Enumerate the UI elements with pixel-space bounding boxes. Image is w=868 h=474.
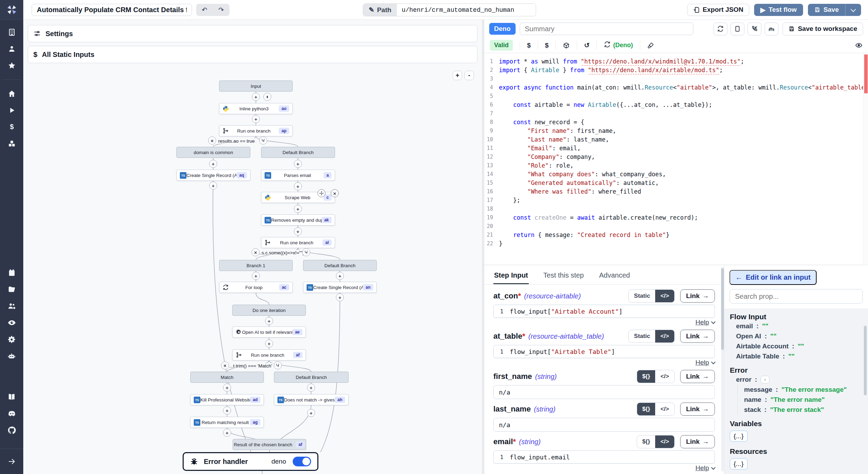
prop-search-input[interactable] bbox=[729, 289, 863, 304]
path-input[interactable] bbox=[397, 4, 536, 16]
sidebar-item-eye[interactable] bbox=[0, 314, 23, 331]
prop-item-name[interactable]: name:"The error name" bbox=[737, 395, 862, 405]
add-step-button[interactable]: + bbox=[223, 407, 231, 415]
prop-panel-scrollbar[interactable] bbox=[864, 326, 867, 395]
package-icon[interactable] bbox=[563, 42, 570, 49]
add-step-button[interactable]: + bbox=[223, 384, 231, 392]
stop-early-icon[interactable]: × bbox=[221, 362, 229, 370]
flow-node-branch-default-2[interactable]: Default Branch bbox=[303, 260, 377, 271]
flow-node-removes-empty-duplicates[interactable]: TSRemoves empty and duplicatesak bbox=[261, 214, 335, 226]
save-button[interactable]: Save bbox=[808, 4, 845, 16]
add-step-button[interactable]: + bbox=[294, 183, 302, 191]
add-step-button[interactable]: + bbox=[265, 340, 273, 348]
flow-node-kill-professional-websites[interactable]: TSKill Professional Websites mentionsad bbox=[190, 394, 264, 405]
flow-node-do-one-iteration[interactable]: Do one iteration bbox=[232, 305, 306, 316]
zoom-out-button[interactable]: - bbox=[465, 71, 474, 80]
prop-item-error[interactable]: error:- bbox=[730, 374, 862, 384]
expr-editor[interactable]: 1flow_input["Airtable Table"] bbox=[493, 345, 715, 358]
add-step-button[interactable]: + bbox=[307, 384, 315, 392]
expr-editor[interactable]: 1flow_input["Airtable Account"] bbox=[493, 305, 715, 318]
add-step-button[interactable]: + bbox=[294, 160, 302, 168]
flow-node-run-one-branch-af[interactable]: Run one branchaf bbox=[232, 349, 306, 361]
sidebar-collapse-button[interactable] bbox=[0, 453, 23, 470]
sidebar-item-home[interactable] bbox=[0, 85, 23, 102]
panel-resize-handle[interactable] bbox=[482, 20, 484, 474]
add-step-button[interactable]: + bbox=[307, 409, 315, 417]
toggle-code[interactable]: </> bbox=[655, 330, 674, 342]
help-link[interactable]: Help bbox=[695, 464, 709, 472]
add-step-button[interactable]: + bbox=[294, 205, 302, 213]
toggle-static[interactable]: Static bbox=[629, 290, 655, 302]
bench-icon[interactable] bbox=[765, 23, 778, 35]
flow-node-inline-python3[interactable]: Inline python3ao bbox=[219, 103, 293, 114]
flow-node-create-single-record-an[interactable]: TSCreate Single Record (Airtable)an bbox=[303, 282, 377, 293]
prop-item-message[interactable]: message:"The error message" bbox=[737, 384, 862, 395]
sidebar-item-folder[interactable] bbox=[0, 281, 23, 298]
toggle-template[interactable]: ${} bbox=[637, 435, 656, 448]
test-flow-button[interactable]: ▶Test flow bbox=[754, 4, 803, 16]
prop-item-airtable-table[interactable]: Airtable Table:"" bbox=[730, 351, 862, 361]
toggle-code[interactable]: </> bbox=[655, 290, 674, 302]
sidebar-item-calendar[interactable] bbox=[0, 264, 23, 281]
step-panel-scrollbar[interactable] bbox=[721, 267, 724, 472]
tab-test-this-step[interactable]: Test this step bbox=[543, 267, 585, 284]
add-step-button[interactable]: + bbox=[209, 160, 217, 168]
assistant-reload-icon[interactable]: (Deno) bbox=[604, 41, 633, 50]
sidebar-item-person[interactable] bbox=[0, 41, 23, 57]
eye-icon[interactable] bbox=[855, 42, 862, 49]
remove-node-icon[interactable]: × bbox=[331, 189, 339, 197]
add-step-button[interactable]: + bbox=[294, 228, 302, 236]
field-value-input[interactable] bbox=[493, 418, 715, 432]
flow-node-branch-default-1[interactable]: Default Branch bbox=[261, 147, 335, 158]
prop-item-airtable-account[interactable]: Airtable Account:"" bbox=[730, 341, 862, 351]
toggle-code[interactable]: </> bbox=[655, 435, 674, 448]
stop-early-icon[interactable]: × bbox=[252, 248, 260, 256]
all-static-inputs-card[interactable]: $ All Static Inputs bbox=[28, 46, 477, 63]
variables-expand-button[interactable]: {...} bbox=[730, 431, 748, 442]
undo-button[interactable]: ↶ bbox=[196, 4, 213, 16]
reset-icon[interactable]: ↺ bbox=[584, 41, 590, 49]
phone-incoming-icon[interactable] bbox=[748, 23, 761, 35]
field-value-input[interactable] bbox=[493, 385, 715, 399]
flow-node-openai-relevant-result[interactable]: Open AI to tell if relevant resultae bbox=[232, 327, 306, 338]
add-step-button[interactable]: + bbox=[209, 182, 217, 190]
zoom-in-button[interactable]: + bbox=[453, 71, 462, 80]
flow-node-run-one-branch-al[interactable]: Run one branchal bbox=[261, 237, 335, 248]
add-step-button[interactable]: + bbox=[223, 429, 231, 437]
help-link[interactable]: Help bbox=[695, 319, 709, 326]
branch-merge-icon[interactable] bbox=[274, 362, 282, 370]
sidebar-item-cubes[interactable] bbox=[0, 135, 23, 152]
settings-card[interactable]: Settings bbox=[28, 25, 477, 42]
sync-icon[interactable] bbox=[713, 23, 727, 35]
add-step-button[interactable]: + bbox=[336, 294, 344, 302]
toggle-template[interactable]: ${} bbox=[637, 370, 656, 383]
windmill-logo[interactable] bbox=[0, 0, 23, 20]
flow-node-create-single-record-aq[interactable]: TSCreate Single Record (Airtable)aq bbox=[176, 170, 250, 181]
branch-merge-icon[interactable] bbox=[302, 248, 310, 256]
prop-item-open-ai[interactable]: Open AI:"" bbox=[730, 331, 862, 341]
add-step-button[interactable]: + bbox=[336, 272, 344, 280]
sidebar-item-discord[interactable] bbox=[0, 405, 23, 422]
flow-node-return-matching-result[interactable]: TSReturn matching resultag bbox=[190, 417, 264, 428]
edit-or-link-input-button[interactable]: ←Edit or link an input bbox=[729, 270, 817, 285]
code-editor[interactable]: 1import * as wmill from "https://deno.la… bbox=[484, 53, 868, 264]
sidebar-item-play[interactable] bbox=[0, 102, 23, 119]
sidebar-item-building[interactable] bbox=[0, 24, 23, 41]
error-handler-toggle[interactable] bbox=[293, 457, 311, 466]
summary-input[interactable] bbox=[520, 23, 693, 35]
link-button[interactable]: Link→ bbox=[680, 330, 715, 343]
flow-node-branch-domain-is-common[interactable]: domain is common bbox=[176, 147, 250, 158]
error-handler-node[interactable]: Error handler deno bbox=[183, 452, 318, 471]
flow-node-result-chosen-branch[interactable]: Result of the chosen branchaf bbox=[233, 439, 306, 450]
flow-node-input[interactable]: Input bbox=[219, 81, 293, 92]
add-step-button[interactable]: + bbox=[252, 93, 260, 101]
flow-node-branch-match[interactable]: Match bbox=[190, 372, 264, 383]
prop-item-email[interactable]: email:"" bbox=[730, 321, 862, 331]
tab-step-input[interactable]: Step Input bbox=[493, 267, 529, 284]
toggle-template[interactable]: ${} bbox=[637, 403, 656, 415]
flow-node-run-one-branch-ap[interactable]: Run one branchap bbox=[219, 125, 293, 136]
sidebar-item-github[interactable] bbox=[0, 422, 23, 439]
branch-merge-icon[interactable] bbox=[259, 137, 267, 145]
format-brush-icon[interactable] bbox=[647, 42, 654, 49]
resource-dollar-icon[interactable]: $ bbox=[545, 42, 549, 49]
